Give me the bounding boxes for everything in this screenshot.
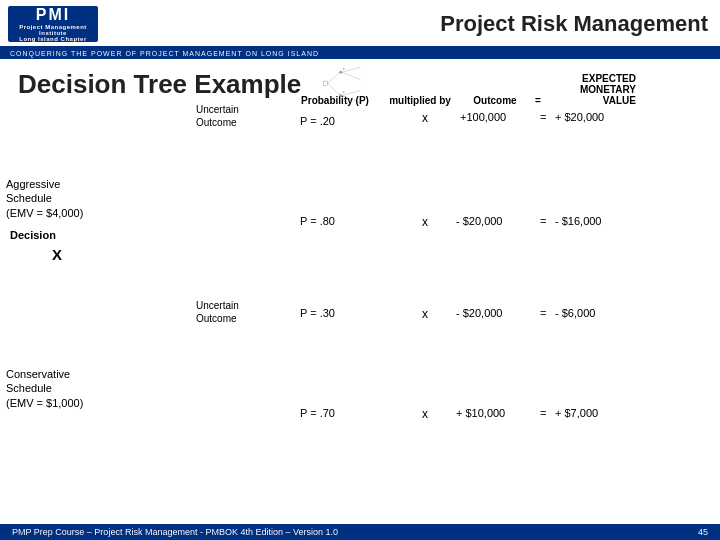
svg-line-7 [342,91,360,96]
uncertain-outcome-aggressive: UncertainOutcome [196,103,239,129]
svg-rect-0 [323,81,327,85]
mult-x-2: x [422,215,428,229]
eq-4: = [540,407,546,419]
page-main-title: Project Risk Management [440,11,708,37]
prob-020: P = .20 [300,115,335,127]
mult-x-3: x [422,307,428,321]
eq-2: = [540,215,546,227]
aggressive-schedule-label: AggressiveSchedule(EMV = $4,000) [6,177,83,220]
pmi-text: PMI [36,6,70,24]
outcome-4: + $10,000 [456,407,505,419]
svg-line-5 [342,72,360,79]
emv-3: - $6,000 [555,307,595,319]
svg-point-9 [343,68,344,69]
prob-080: P = .80 [300,215,335,227]
mult-x-4: x [422,407,428,421]
outcome-1: +100,000 [460,111,506,123]
emv-2: - $16,000 [555,215,601,227]
emv-4: + $7,000 [555,407,598,419]
uncertain-outcome-conservative: UncertainOutcome [196,299,239,325]
outcome-2: - $20,000 [456,215,502,227]
blue-banner: CONQUERING THE POWER OF PROJECT MANAGEME… [0,48,720,59]
footer-page: 45 [698,527,708,537]
main-content: Decision Tree Example Probability (P) mu… [0,59,720,108]
outcome-3: - $20,000 [456,307,502,319]
tree-diagram [0,59,720,108]
footer: PMP Prep Course – Project Risk Managemen… [0,524,720,540]
emv-1: + $20,000 [555,111,604,123]
footer-text: PMP Prep Course – Project Risk Managemen… [12,527,338,537]
svg-line-1 [328,72,340,83]
mult-x-1: x [422,111,428,125]
logo-area: PMI Project Management InstituteLong Isl… [8,6,98,42]
pmi-logo: PMI Project Management InstituteLong Isl… [8,6,98,42]
eq-1: = [540,111,546,123]
prob-070: P = .70 [300,407,335,419]
decision-label: Decision [10,229,56,241]
svg-point-6 [339,94,341,96]
chapter-text: Project Management InstituteLong Island … [8,24,98,42]
svg-point-3 [339,71,341,73]
conservative-schedule-label: ConservativeSchedule(EMV = $1,000) [6,367,83,410]
svg-line-4 [342,67,360,72]
svg-line-2 [328,83,340,95]
prob-030: P = .30 [300,307,335,319]
eq-3: = [540,307,546,319]
decision-x: X [52,246,62,263]
header: PMI Project Management InstituteLong Isl… [0,0,720,48]
svg-point-10 [343,92,344,93]
svg-line-8 [342,96,360,103]
